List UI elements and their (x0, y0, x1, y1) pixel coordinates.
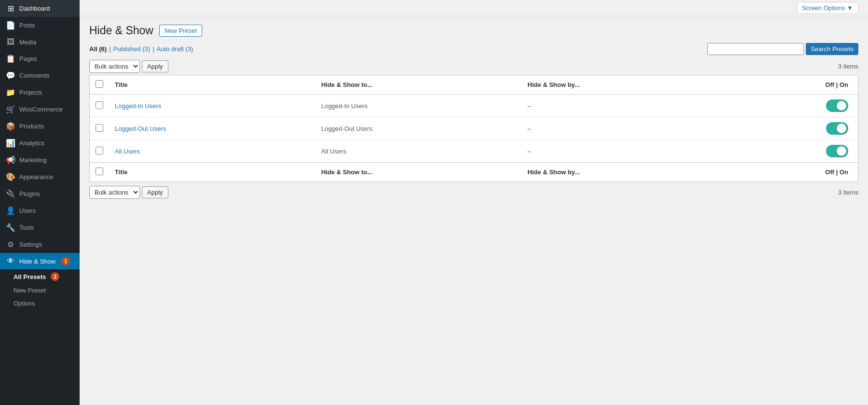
row-2-toggle[interactable] (826, 122, 848, 135)
sidebar-item-label-marketing: Marketing (19, 156, 47, 164)
row-2-hide-show-to-cell: Logged-Out Users (316, 117, 522, 140)
sidebar-subitem-options[interactable]: Options (0, 297, 80, 310)
filter-bar: All (6) | Published (3) | Auto draft (3)… (89, 43, 858, 55)
products-icon: 📦 (6, 122, 15, 131)
row-2-toggle-cell (731, 117, 858, 140)
select-all-checkbox-top[interactable] (96, 80, 103, 88)
sidebar-item-projects[interactable]: 📁Projects (0, 84, 80, 101)
row-3-toggle[interactable] (826, 145, 848, 157)
row-1-checkbox-cell (90, 95, 110, 117)
sidebar-item-woocommerce[interactable]: 🛒WooCommerce (0, 101, 80, 118)
sidebar-item-label-projects: Projects (19, 89, 42, 96)
sidebar-item-appearance[interactable]: 🎨Appearance (0, 168, 80, 185)
row-3-checkbox[interactable] (96, 147, 103, 154)
sidebar-nav: ⊞Dashboard📄Posts🖼Media📋Pages💬Comments📁Pr… (0, 0, 80, 310)
topbar: Screen Options ▼ (80, 0, 868, 16)
sidebar-item-label-media: Media (19, 39, 36, 46)
sidebar-item-dashboard[interactable]: ⊞Dashboard (0, 0, 80, 17)
page-title: Hide & Show (89, 24, 153, 37)
presets-table: Title Hide & Show to... Hide & Show by..… (89, 75, 858, 182)
header-title-col: Title (109, 75, 316, 95)
header-hide-show-to-col: Hide & Show to... (316, 75, 522, 95)
sidebar-item-pages[interactable]: 📋Pages (0, 50, 80, 67)
row-2-hide-show-by-cell: – (522, 117, 731, 140)
new-preset-button[interactable]: New Preset (159, 25, 202, 37)
sidebar-subitem-label-options: Options (14, 300, 35, 307)
sidebar-item-label-plugins: Plugins (19, 190, 40, 197)
search-presets-button[interactable]: Search Presets (806, 43, 858, 55)
sidebar-item-label-pages: Pages (19, 55, 37, 62)
appearance-icon: 🎨 (6, 172, 15, 182)
row-2-checkbox[interactable] (96, 124, 103, 132)
sidebar-item-products[interactable]: 📦Products (0, 118, 80, 135)
sidebar-item-hide-show[interactable]: 👁Hide & Show1 (0, 253, 80, 269)
header-off-on-col: Off | On (731, 75, 858, 95)
tools-icon: 🔧 (6, 223, 15, 232)
screen-options-button[interactable]: Screen Options ▼ (797, 2, 858, 14)
sidebar-item-comments[interactable]: 💬Comments (0, 67, 80, 84)
sidebar-item-label-analytics: Analytics (19, 140, 44, 147)
filter-auto-draft-link[interactable]: Auto draft (3) (157, 45, 193, 53)
row-3-title-link[interactable]: All Users (115, 148, 140, 155)
table-row: Logged-Out UsersLogged-Out Users– (90, 117, 858, 140)
table-row: Logged-In UsersLogged-In Users– (90, 95, 858, 117)
footer-hide-show-by-col: Hide & Show by... (522, 163, 731, 182)
sidebar-subitem-all-presets[interactable]: All Presets2 (0, 269, 80, 284)
sidebar-item-marketing[interactable]: 📢Marketing (0, 152, 80, 168)
row-1-checkbox[interactable] (96, 101, 103, 109)
sidebar-item-label-hide-show: Hide & Show (19, 258, 55, 265)
table-footer-row: Title Hide & Show to... Hide & Show by..… (90, 163, 858, 182)
bulk-actions-top-select[interactable]: Bulk actions (89, 60, 140, 73)
footer-title-col: Title (109, 163, 316, 182)
sidebar-subitem-new-preset[interactable]: New Preset (0, 284, 80, 297)
analytics-icon: 📊 (6, 139, 15, 148)
top-toolbar: Bulk actions Apply 3 items (89, 60, 858, 73)
table-body: Logged-In UsersLogged-In Users–Logged-Ou… (90, 95, 858, 163)
row-1-toggle-slider (826, 99, 848, 112)
search-input[interactable] (707, 43, 804, 55)
footer-checkbox-col (90, 163, 110, 182)
bulk-actions-bottom-select[interactable]: Bulk actions (89, 186, 140, 199)
sidebar-item-label-posts: Posts (19, 22, 35, 29)
row-3-hide-show-by-cell: – (522, 140, 731, 163)
apply-bottom-button[interactable]: Apply (142, 186, 168, 198)
row-2-title-cell: Logged-Out Users (109, 117, 316, 140)
sidebar-item-analytics[interactable]: 📊Analytics (0, 135, 80, 152)
sidebar-item-settings[interactable]: ⚙Settings (0, 236, 80, 253)
hide-show-icon: 👁 (6, 257, 15, 265)
filter-all-link[interactable]: All (6) (89, 45, 107, 53)
sidebar-item-label-settings: Settings (19, 241, 42, 248)
row-1-hide-show-by-cell: – (522, 95, 731, 117)
select-all-checkbox-bottom[interactable] (96, 168, 103, 175)
row-1-hide-show-to-cell: Logged-In Users (316, 95, 522, 117)
footer-hide-show-to-col: Hide & Show to... (316, 163, 522, 182)
row-2-title-link[interactable]: Logged-Out Users (115, 125, 166, 132)
row-3-title-cell: All Users (109, 140, 316, 163)
filter-published-link[interactable]: Published (3) (113, 45, 151, 53)
posts-icon: 📄 (6, 21, 15, 30)
items-count-bottom: 3 items (838, 189, 858, 196)
sidebar-item-posts[interactable]: 📄Posts (0, 17, 80, 34)
sidebar-item-media[interactable]: 🖼Media (0, 34, 80, 50)
dashboard-icon: ⊞ (6, 4, 15, 13)
sidebar-item-tools[interactable]: 🔧Tools (0, 219, 80, 236)
sidebar-item-plugins[interactable]: 🔌Plugins (0, 185, 80, 202)
sidebar-item-users[interactable]: 👤Users (0, 202, 80, 219)
sidebar-submenu: All Presets2New PresetOptions (0, 269, 80, 310)
sidebar-item-label-users: Users (19, 207, 36, 214)
sidebar-subitem-label-new-preset: New Preset (14, 287, 46, 294)
header-checkbox-col (90, 75, 110, 95)
row-1-toggle[interactable] (826, 99, 848, 112)
row-3-hide-show-to-cell: All Users (316, 140, 522, 163)
projects-icon: 📁 (6, 88, 15, 97)
search-area: Search Presets (707, 43, 858, 55)
row-1-title-link[interactable]: Logged-In Users (115, 102, 161, 110)
table-header-row: Title Hide & Show to... Hide & Show by..… (90, 75, 858, 95)
content-area: Hide & Show New Preset All (6) | Publish… (80, 16, 868, 405)
row-2-checkbox-cell (90, 117, 110, 140)
sidebar-item-label-dashboard: Dashboard (19, 5, 50, 12)
users-icon: 👤 (6, 206, 15, 215)
apply-top-button[interactable]: Apply (142, 60, 168, 72)
row-3-toggle-cell (731, 140, 858, 163)
filter-sep-1: | (109, 45, 110, 53)
